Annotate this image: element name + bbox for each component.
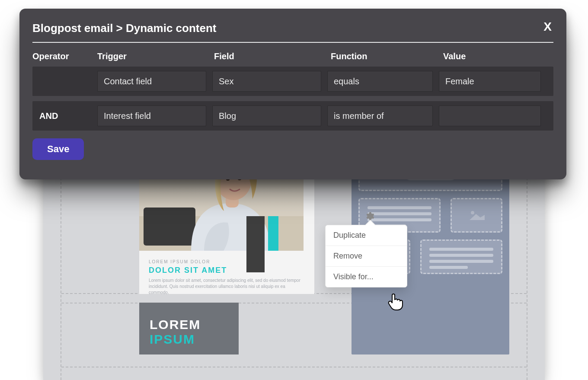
cursor-icon [388,293,403,312]
context-menu: Duplicate Remove Visible for... [325,225,407,287]
palette-slot-image[interactable] [451,198,502,233]
text-lines-icon [429,248,493,272]
function-select[interactable]: is member of [327,105,433,126]
field-select[interactable]: Sex [212,71,321,92]
divider [32,42,553,43]
decorative-bar [246,216,265,272]
value-input[interactable]: Female [439,71,541,92]
menu-item-remove[interactable]: Remove [326,246,407,267]
header-field: Field [214,51,331,61]
svg-rect-2 [144,208,195,246]
save-button[interactable]: Save [32,138,84,160]
trigger-select[interactable]: Interest field [97,105,206,126]
decorative-bar [268,216,278,251]
close-icon[interactable]: X [543,21,552,33]
rule-row: AND Interest field Blog is member of [32,101,553,131]
trigger-select[interactable]: Contact field [97,71,206,92]
rule-row: Contact field Sex equals Female [32,67,553,96]
column-headers: Operator Trigger Field Function Value [32,51,553,61]
palette-slot-text[interactable] [420,239,502,274]
header-function: Function [331,51,443,61]
content-block[interactable]: LOREM IPSUM [139,303,239,354]
header-trigger: Trigger [97,51,214,61]
svg-point-10 [471,211,474,214]
block-text: IPSUM [150,332,195,346]
block-text: LOREM [150,317,201,332]
header-value: Value [443,51,551,61]
function-select[interactable]: equals [327,71,433,92]
modal-breadcrumb: Blogpost email > Dynamic content [32,22,553,35]
svg-marker-11 [470,214,485,220]
menu-item-visible-for[interactable]: Visible for... [326,267,407,287]
image-icon [468,209,485,222]
dynamic-content-modal: X Blogpost email > Dynamic content Opera… [19,9,566,179]
block-body-text: Lorem ipsum dolor sit amet, consectetur … [149,278,305,296]
header-operator: Operator [32,51,97,61]
operator-cell[interactable]: AND [37,111,97,121]
value-input[interactable] [439,105,541,126]
menu-item-duplicate[interactable]: Duplicate [326,225,407,246]
field-select[interactable]: Blog [212,105,321,126]
block-caption-small: LOREM IPSUM DOLOR [149,259,210,264]
block-caption-large: DOLOR SIT AMET [149,266,227,275]
